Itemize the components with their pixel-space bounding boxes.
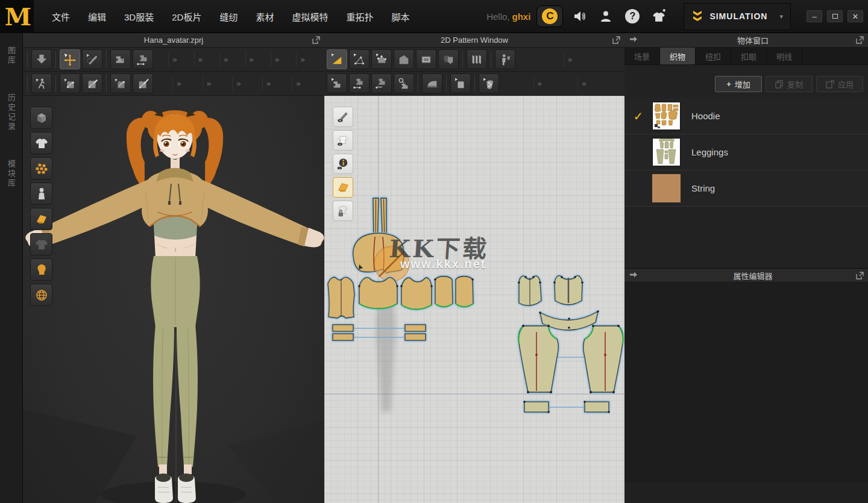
close-button[interactable]: ✕: [848, 10, 863, 22]
account-button[interactable]: [596, 6, 616, 27]
flattening-tool-button[interactable]: [60, 73, 80, 93]
2d-pattern-canvas[interactable]: KK下载 www.kkx.net: [324, 96, 624, 503]
simulation-button[interactable]: SIMULATION ▾: [684, 3, 791, 30]
menu-edit[interactable]: 编辑: [81, 5, 113, 28]
menu-sewing[interactable]: 缝纫: [212, 5, 245, 28]
minimize-button[interactable]: –: [807, 10, 822, 22]
collapse-panel-icon[interactable]: [629, 36, 638, 45]
toolbar-overflow-button[interactable]: »: [172, 77, 184, 90]
rail-library[interactable]: 图库: [5, 46, 17, 66]
toolbar-overflow-button[interactable]: »: [533, 77, 546, 90]
show-world-button[interactable]: [30, 284, 52, 306]
tab-topstitch[interactable]: 明线: [767, 48, 802, 64]
popout-window-icon[interactable]: [855, 36, 864, 46]
segment-sew-tool-button[interactable]: [133, 49, 153, 69]
show-avatar-2d-button[interactable]: [495, 49, 515, 69]
menu-retopology[interactable]: 重拓扑: [339, 5, 380, 28]
popout-window-icon[interactable]: [855, 271, 864, 282]
show-seamlines-button[interactable]: [333, 107, 353, 127]
edit-texture-tool-button[interactable]: [479, 73, 499, 93]
copy-fabric-button[interactable]: 复制: [766, 76, 813, 92]
show-pattern-info-button[interactable]: [333, 154, 353, 174]
fabric-row-hoodie[interactable]: ✓ Hoodie: [624, 98, 868, 134]
toolbar-overflow-button[interactable]: »: [232, 77, 244, 90]
toolbar-overflow-button[interactable]: »: [577, 77, 590, 90]
tab-scene[interactable]: 场景: [624, 48, 660, 64]
transform-triangle-icon: [330, 53, 344, 66]
pin-tool-button[interactable]: [110, 73, 131, 93]
select-garment-tool-button[interactable]: [450, 73, 471, 93]
menu-file[interactable]: 文件: [45, 5, 77, 28]
edit-curve-tool-button[interactable]: [82, 73, 102, 93]
tab-button[interactable]: 纽扣: [696, 48, 731, 64]
walk-mode-button[interactable]: [31, 73, 52, 93]
show-fabric-texture-button[interactable]: [333, 177, 353, 198]
pleats-tool-button[interactable]: [467, 49, 487, 69]
toolbar-overflow-button[interactable]: »: [203, 77, 215, 90]
iron-tool-button[interactable]: [422, 73, 442, 93]
show-head-button[interactable]: [30, 258, 52, 281]
simulation-dropdown[interactable]: ▾: [773, 13, 783, 20]
menu-script[interactable]: 脚本: [384, 5, 417, 28]
menu-avatar[interactable]: 虚拟模特: [285, 5, 335, 28]
show-garment-2d-button[interactable]: [333, 130, 353, 151]
leggings-thumbnail: [652, 138, 681, 166]
toolbar-overflow-button[interactable]: »: [194, 52, 206, 66]
collapse-panel-icon[interactable]: [629, 271, 638, 280]
show-avatar-button[interactable]: [30, 183, 52, 205]
transform-pattern-tool-button[interactable]: [327, 49, 347, 69]
tack-tool-button[interactable]: [133, 73, 153, 93]
menu-3d-garment[interactable]: 3D服装: [117, 5, 161, 28]
dart-tool-button[interactable]: [438, 49, 459, 69]
show-3d-scene-button[interactable]: [30, 107, 52, 129]
sound-button[interactable]: [569, 6, 590, 27]
toolbar-overflow-button[interactable]: »: [168, 52, 180, 66]
lock-patterns-button[interactable]: [333, 201, 353, 221]
coin-button[interactable]: C: [536, 5, 563, 27]
rail-history[interactable]: 历史记录: [5, 93, 17, 132]
show-garment-button[interactable]: [30, 132, 52, 154]
menu-material[interactable]: 素材: [248, 5, 281, 28]
edit-pattern-tool-button[interactable]: [371, 49, 392, 69]
move-tool-button[interactable]: [60, 49, 80, 69]
magnifier-sewing-icon: [397, 77, 410, 90]
popout-window-icon[interactable]: [312, 36, 321, 46]
free-sewing-tool-button[interactable]: [371, 73, 392, 93]
add-fabric-button[interactable]: + 增加: [715, 76, 762, 92]
maximize-button[interactable]: [827, 10, 843, 22]
toolbar-overflow-button[interactable]: »: [292, 77, 304, 90]
show-inner-garment-button[interactable]: [30, 233, 52, 255]
toolbar-overflow-button[interactable]: »: [564, 52, 576, 66]
toolbar-overflow-button[interactable]: »: [296, 52, 308, 66]
toolbar-overflow-button[interactable]: »: [245, 52, 257, 66]
help-button[interactable]: ?: [622, 6, 643, 27]
rail-modules[interactable]: 模块库: [5, 160, 17, 189]
toolbar-overflow-zone: » »: [501, 77, 622, 90]
share-garment-button[interactable]: [649, 6, 669, 27]
edit-point-tool-button[interactable]: [349, 49, 370, 69]
select-brush-tool-button[interactable]: [82, 49, 102, 69]
show-fabric-button[interactable]: [30, 208, 52, 230]
segment-sewing-tool-button[interactable]: [349, 73, 370, 93]
tab-buttonhole[interactable]: 扣眼: [731, 48, 767, 64]
rectangle-tool-button[interactable]: [416, 49, 436, 69]
popout-window-icon[interactable]: [612, 36, 621, 46]
app-logo[interactable]: M: [0, 0, 34, 33]
polygon-tool-button[interactable]: [394, 49, 414, 69]
toolbar-overflow-button[interactable]: »: [262, 77, 274, 90]
sewing-machine-tool-button[interactable]: [110, 49, 131, 69]
show-mesh-button[interactable]: [30, 157, 52, 180]
toolbar-overflow-button[interactable]: »: [219, 52, 231, 66]
apply-fabric-button[interactable]: 应用: [816, 76, 863, 92]
fabric-row-leggings[interactable]: Leggings: [624, 134, 868, 170]
edit-sewing-tool-button[interactable]: [327, 73, 347, 93]
3d-scene-viewport[interactable]: [23, 96, 324, 503]
import-tool-button[interactable]: [31, 49, 52, 69]
fabric-row-string[interactable]: String: [624, 170, 868, 207]
menu-2d-pattern[interactable]: 2D板片: [165, 5, 209, 28]
detect-sewing-tool-button[interactable]: [394, 73, 414, 93]
toolbar-overflow-button[interactable]: »: [271, 52, 283, 66]
fabric-list: ✓ Hoodie: [624, 98, 868, 207]
tab-fabric[interactable]: 织物: [660, 48, 696, 64]
dart-icon: [442, 53, 455, 66]
